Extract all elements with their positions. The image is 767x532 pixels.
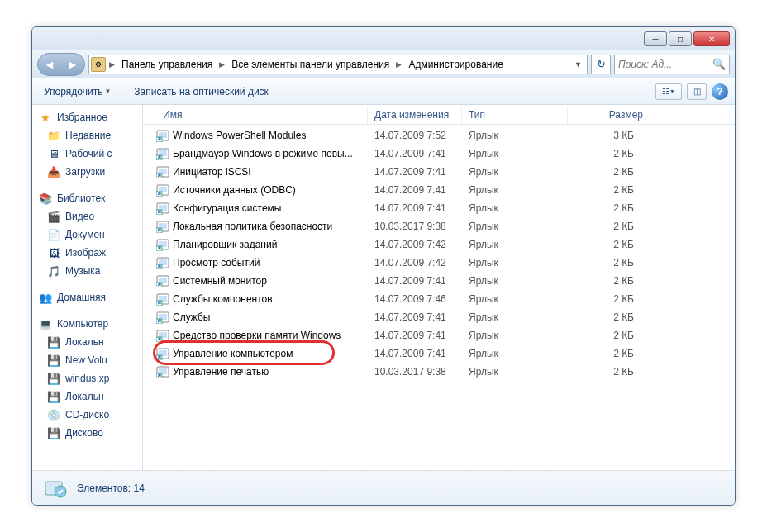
- file-row[interactable]: Планировщик заданий14.07.2009 7:42Ярлык2…: [143, 235, 735, 254]
- file-type: Ярлык: [462, 184, 568, 196]
- close-button[interactable]: ✕: [693, 31, 730, 46]
- sidebar-libraries[interactable]: 📚Библиотек: [32, 189, 142, 207]
- file-name: Планировщик заданий: [173, 239, 277, 250]
- file-date: 10.03.2017 9:38: [368, 221, 462, 232]
- file-row[interactable]: Средство проверки памяти Windows14.07.20…: [143, 326, 735, 344]
- file-type: Ярлык: [462, 311, 568, 323]
- burn-disc-button[interactable]: Записать на оптический диск: [129, 84, 274, 99]
- shortcut-icon: [156, 238, 169, 251]
- location-icon: ⚙: [91, 57, 106, 72]
- view-mode-button[interactable]: ☷ ▼: [655, 83, 682, 100]
- file-name: Управление компьютером: [173, 348, 293, 359]
- file-type: Ярлык: [462, 257, 568, 268]
- sidebar-computer[interactable]: 💻Компьютер: [32, 315, 142, 333]
- shortcut-icon: [156, 347, 169, 360]
- column-date[interactable]: Дата изменения: [368, 106, 462, 124]
- breadcrumb-all-items[interactable]: Все элементы панели управления: [228, 56, 393, 73]
- refresh-button[interactable]: ↻: [591, 55, 611, 74]
- shortcut-icon: [156, 311, 169, 324]
- cd-icon: 💿: [47, 408, 60, 421]
- shortcut-icon: [156, 256, 169, 269]
- sidebar-windus-xp[interactable]: 💾windus xp: [32, 369, 142, 387]
- sidebar-favorites[interactable]: ★Избранное: [32, 108, 142, 126]
- file-date: 14.07.2009 7:41: [368, 166, 462, 178]
- file-type: Ярлык: [462, 348, 568, 359]
- file-row[interactable]: Управление печатью10.03.2017 9:38Ярлык2 …: [143, 363, 735, 381]
- search-box[interactable]: 🔍: [614, 55, 730, 74]
- file-name: Управление печатью: [173, 366, 269, 378]
- file-type: Ярлык: [462, 221, 568, 232]
- star-icon: ★: [39, 111, 52, 124]
- maximize-button[interactable]: □: [669, 31, 692, 46]
- minimize-button[interactable]: ─: [644, 31, 667, 46]
- back-button[interactable]: ◄: [44, 58, 55, 71]
- chevron-icon[interactable]: ▶: [107, 60, 117, 69]
- file-row[interactable]: Службы14.07.2009 7:41Ярлык2 КБ: [143, 308, 735, 326]
- file-size: 3 КБ: [568, 130, 650, 141]
- sidebar-cd-drive[interactable]: 💿CD-диско: [32, 406, 142, 424]
- recent-icon: 📁: [47, 129, 60, 142]
- sidebar-pictures[interactable]: 🖼Изображ: [32, 244, 142, 262]
- search-input[interactable]: [618, 59, 712, 70]
- shortcut-icon: [156, 292, 169, 306]
- file-row[interactable]: Локальная политика безопасности10.03.201…: [143, 217, 735, 235]
- file-list-pane: Имя Дата изменения Тип Размер Windows Po…: [143, 105, 735, 470]
- path-dropdown-icon[interactable]: ▼: [571, 60, 585, 69]
- column-size[interactable]: Размер: [568, 106, 650, 124]
- shortcut-icon: [156, 329, 169, 342]
- picture-icon: 🖼: [47, 246, 60, 259]
- file-name: Локальная политика безопасности: [173, 221, 332, 232]
- shortcut-icon: [156, 183, 169, 197]
- file-type: Ярлык: [462, 148, 568, 159]
- file-row[interactable]: Инициатор iSCSI14.07.2009 7:41Ярлык2 КБ: [143, 163, 735, 181]
- file-date: 14.07.2009 7:41: [368, 275, 462, 287]
- sidebar-videos[interactable]: 🎬Видео: [32, 207, 142, 226]
- file-size: 2 КБ: [568, 275, 650, 287]
- breadcrumb-control-panel[interactable]: Панель управления: [118, 56, 216, 73]
- file-row[interactable]: Просмотр событий14.07.2009 7:42Ярлык2 КБ: [143, 254, 735, 272]
- sidebar-music[interactable]: 🎵Музыка: [32, 262, 142, 280]
- help-button[interactable]: ?: [712, 83, 728, 100]
- sidebar-local-disk[interactable]: 💾Локальн: [32, 333, 142, 351]
- column-type[interactable]: Тип: [462, 106, 568, 124]
- file-row[interactable]: Системный монитор14.07.2009 7:41Ярлык2 К…: [143, 272, 735, 290]
- sidebar-desktop[interactable]: 🖥Рабочий с: [32, 145, 142, 163]
- organize-button[interactable]: Упорядочить▼: [39, 84, 116, 99]
- search-icon[interactable]: 🔍: [712, 58, 726, 70]
- sidebar-local-disk-2[interactable]: 💾Локальн: [32, 387, 142, 406]
- breadcrumb-administration[interactable]: Администрирование: [405, 56, 506, 73]
- chevron-down-icon: ▼: [104, 88, 111, 95]
- column-headers: Имя Дата изменения Тип Размер: [143, 105, 735, 125]
- file-date: 14.07.2009 7:41: [368, 184, 462, 196]
- sidebar-diskovo[interactable]: 💾Дисково: [32, 424, 142, 442]
- file-name: Конфигурация системы: [173, 202, 281, 214]
- file-size: 2 КБ: [568, 348, 650, 359]
- file-size: 2 КБ: [568, 202, 650, 214]
- sidebar-recent[interactable]: 📁Недавние: [32, 126, 142, 145]
- file-type: Ярлык: [462, 239, 568, 250]
- file-row[interactable]: Источники данных (ODBC)14.07.2009 7:41Яр…: [143, 181, 735, 199]
- sidebar-downloads[interactable]: 📥Загрузки: [32, 163, 142, 181]
- file-date: 14.07.2009 7:41: [368, 348, 462, 359]
- file-type: Ярлык: [462, 330, 568, 341]
- toolbar: Упорядочить▼ Записать на оптический диск…: [32, 78, 735, 105]
- file-type: Ярлык: [462, 366, 568, 378]
- file-row[interactable]: Брандмауэр Windows в режиме повы...14.07…: [143, 145, 735, 163]
- sidebar-documents[interactable]: 📄Докумен: [32, 226, 142, 244]
- content-body: ★Избранное 📁Недавние 🖥Рабочий с 📥Загрузк…: [32, 105, 735, 470]
- drive-icon: 💾: [47, 390, 60, 403]
- sidebar-new-volume[interactable]: 💾New Volu: [32, 351, 142, 369]
- shortcut-icon: [156, 220, 169, 233]
- status-text: Элементов: 14: [77, 482, 145, 494]
- preview-pane-button[interactable]: ◫: [687, 83, 707, 100]
- sidebar-homegroup[interactable]: 👥Домашняя: [32, 288, 142, 306]
- column-name[interactable]: Имя: [156, 106, 368, 124]
- breadcrumb-bar[interactable]: ⚙ ▶ Панель управления ▶ Все элементы пан…: [88, 55, 588, 74]
- forward-button[interactable]: ►: [67, 58, 79, 71]
- file-row[interactable]: Службы компонентов14.07.2009 7:46Ярлык2 …: [143, 290, 735, 308]
- file-row[interactable]: Windows PowerShell Modules14.07.2009 7:5…: [143, 126, 735, 145]
- chevron-icon: ▶: [394, 60, 403, 69]
- file-row[interactable]: Управление компьютером14.07.2009 7:41Ярл…: [143, 344, 735, 363]
- file-row[interactable]: Конфигурация системы14.07.2009 7:41Ярлык…: [143, 199, 735, 217]
- toolbar-right: ☷ ▼ ◫ ?: [655, 83, 728, 100]
